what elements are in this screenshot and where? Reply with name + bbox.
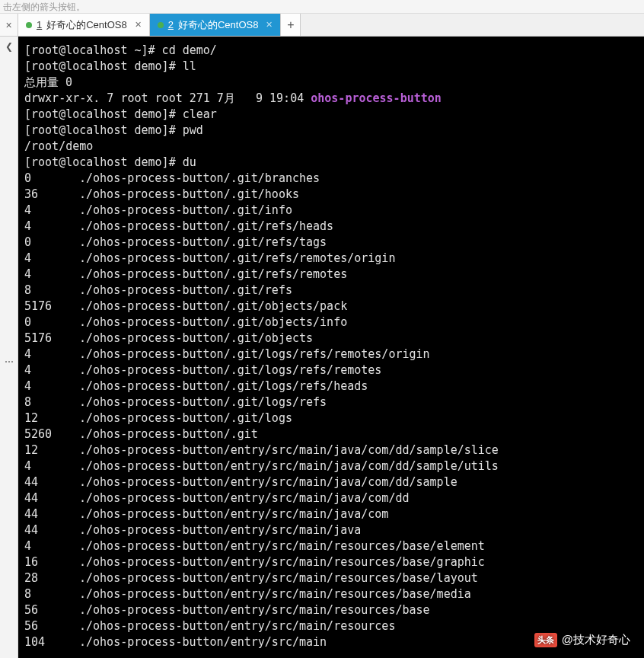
watermark-text: @技术好奇心 xyxy=(562,633,630,647)
tab-number: 2 xyxy=(168,19,174,30)
status-dot-icon xyxy=(26,22,32,28)
tab-session-1[interactable]: 1 好奇心的CentOS8 ✕ xyxy=(18,14,150,36)
close-panel-button[interactable]: × xyxy=(0,14,18,36)
more-dots-icon[interactable]: ⋯ xyxy=(0,356,18,367)
watermark: 头条 @技术好奇心 xyxy=(534,633,630,647)
left-gutter: ❮ ⋯ xyxy=(0,37,18,658)
tab-bar: × 1 好奇心的CentOS8 ✕ 2 好奇心的CentOS8 ✕ + xyxy=(0,14,644,37)
top-hint-text: 击左侧的箭头按钮。 xyxy=(0,0,644,14)
status-dot-icon xyxy=(158,22,164,28)
collapse-arrow-icon[interactable]: ❮ xyxy=(0,41,18,52)
toutiao-logo-icon: 头条 xyxy=(534,633,557,647)
tab-session-2[interactable]: 2 好奇心的CentOS8 ✕ xyxy=(150,14,282,36)
tab-label: 好奇心的CentOS8 xyxy=(178,18,258,32)
close-icon[interactable]: ✕ xyxy=(135,20,142,30)
add-tab-button[interactable]: + xyxy=(281,14,301,36)
tab-label: 好奇心的CentOS8 xyxy=(46,18,126,32)
close-icon[interactable]: ✕ xyxy=(266,20,273,30)
terminal-output[interactable]: [root@localhost ~]# cd demo/ [root@local… xyxy=(18,37,644,658)
tab-number: 1 xyxy=(37,19,42,30)
